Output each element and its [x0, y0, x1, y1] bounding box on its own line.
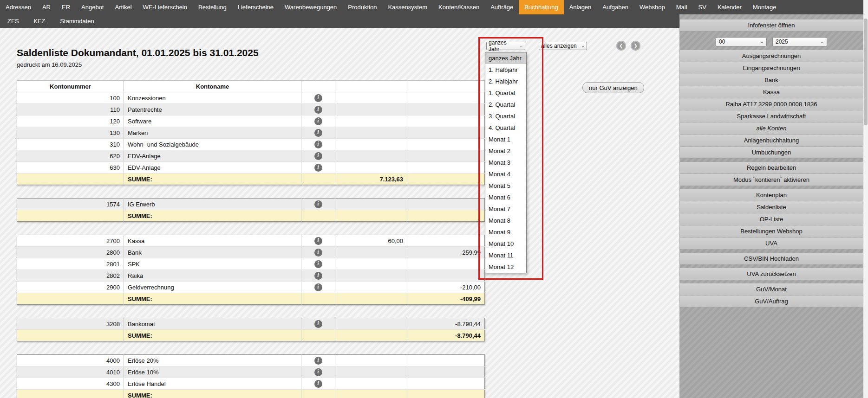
period-option-1-halbjahr[interactable]: 1. Halbjahr [485, 64, 526, 76]
info-icon[interactable]: i [314, 106, 322, 114]
nav-tab-kalender[interactable]: Kalender [712, 0, 747, 14]
scrollbar-thumb[interactable] [864, 19, 868, 125]
nav-tab-montage[interactable]: Montage [747, 0, 782, 14]
sum-row: SUMME:-409,99 [17, 293, 485, 305]
info-icon[interactable]: i [314, 283, 322, 291]
info-icon[interactable]: i [314, 152, 322, 160]
info-icon[interactable]: i [314, 117, 322, 125]
period-option-1-quartal[interactable]: 1. Quartal [485, 87, 526, 99]
period-option-monat-8[interactable]: Monat 8 [485, 215, 526, 226]
sidebar-item-umbuchungen[interactable]: Umbuchungen [680, 147, 863, 158]
sidebar-item-guv-auftrag[interactable]: GuV/Auftrag [680, 295, 863, 307]
sidebar-item-saldenliste[interactable]: Saldenliste [680, 201, 863, 213]
period-option-monat-4[interactable]: Monat 4 [485, 168, 526, 180]
sum-row: SUMME:-8.790,44 [17, 330, 485, 341]
nav-tab-auftr-ge[interactable]: Aufträge [485, 0, 519, 14]
period-option-monat-7[interactable]: Monat 7 [485, 203, 526, 215]
period-option-monat-3[interactable]: Monat 3 [485, 157, 526, 168]
sidebar-item-anlagenbuchhaltung[interactable]: Anlagenbuchhaltung [680, 135, 863, 146]
info-icon[interactable]: i [314, 272, 322, 280]
sum-empty [17, 330, 124, 341]
nav-tab-aufgaben[interactable]: Aufgaben [597, 0, 634, 14]
sidebar-item-ausgangsrechnungen[interactable]: Ausgangsrechnungen [680, 50, 863, 62]
prev-button[interactable]: ❮ [616, 41, 626, 51]
nav-tab-artikel[interactable]: Artikel [109, 0, 137, 14]
nav-tab-kassensystem[interactable]: Kassensystem [382, 0, 433, 14]
nav-tab-stammdaten[interactable]: Stammdaten [52, 14, 102, 28]
period-option-monat-11[interactable]: Monat 11 [485, 250, 526, 261]
nav-tab-we-lieferschein[interactable]: WE-Lieferschein [137, 0, 193, 14]
sidebar-item-alle-konten[interactable]: alle Konten [680, 122, 863, 134]
sidebar-item-uva[interactable]: UVA [680, 238, 863, 249]
nav-tab-kfz[interactable]: KFZ [26, 14, 53, 28]
sidebar-item-sparkasse-landwirtschaft[interactable]: Sparkasse Landwirtschaft [680, 110, 863, 122]
nav-tab-buchhaltung[interactable]: Buchhaltung [519, 0, 563, 14]
period-option-2-halbjahr[interactable]: 2. Halbjahr [485, 76, 526, 87]
info-icon[interactable]: i [314, 237, 322, 245]
period-option-ganzes-jahr[interactable]: ganzes Jahr [485, 52, 526, 64]
period-option-monat-1[interactable]: Monat 1 [485, 134, 526, 145]
info-icon[interactable]: i [314, 141, 322, 148]
guv-only-button[interactable]: nur GuV anzeigen [582, 82, 644, 93]
sidebar-item-bank[interactable]: Bank [680, 74, 863, 86]
sum-label: SUMME: [124, 210, 301, 222]
sum-icon-cell [301, 293, 335, 305]
info-icon[interactable]: i [314, 129, 322, 137]
sum-label: SUMME: [124, 330, 301, 341]
info-icon[interactable]: i [314, 368, 322, 376]
sidebar-item-op-liste[interactable]: OP-Liste [680, 213, 863, 225]
nav-tab-ar[interactable]: AR [37, 0, 56, 14]
sum-value-2 [407, 173, 485, 185]
nav-tab-webshop[interactable]: Webshop [634, 0, 671, 14]
info-icon[interactable]: i [314, 320, 322, 328]
period-option-2-quartal[interactable]: 2. Quartal [485, 99, 526, 110]
nav-tab-bestellung[interactable]: Bestellung [193, 0, 232, 14]
sidebar-item-uva-zur-cksetzen[interactable]: UVA zurücksetzen [680, 268, 863, 280]
sidebar-item-eingangsrechnungen[interactable]: Eingangsrechnungen [680, 62, 863, 74]
period-select[interactable]: ganzes Jahr ⌄ [486, 42, 525, 50]
nav-tab-lieferscheine[interactable]: Lieferscheine [232, 0, 279, 14]
account-name: Erlöse 20% [124, 355, 301, 366]
sidebar-item-kontenplan[interactable]: Kontenplan [680, 189, 863, 201]
sidebar-item-raiba-at17-3299-0000-0008-1836[interactable]: Raiba AT17 3299 0000 0008 1836 [680, 98, 863, 110]
period-option-monat-6[interactable]: Monat 6 [485, 192, 526, 203]
nav-tab-sv[interactable]: SV [693, 0, 712, 14]
info-icon[interactable]: i [314, 94, 322, 102]
info-icon[interactable]: i [314, 357, 322, 365]
period-option-monat-10[interactable]: Monat 10 [485, 238, 526, 250]
period-option-4-quartal[interactable]: 4. Quartal [485, 122, 526, 134]
nav-tab-anlagen[interactable]: Anlagen [564, 0, 597, 14]
period-option-monat-12[interactable]: Monat 12 [485, 261, 526, 273]
account-number: 3208 [17, 318, 124, 330]
period-option-monat-9[interactable]: Monat 9 [485, 226, 526, 238]
sidebar-item-csv-bin-hochladen[interactable]: CSV/BIN Hochladen [680, 253, 863, 264]
info-icon[interactable]: i [314, 260, 322, 268]
period-option-monat-2[interactable]: Monat 2 [485, 145, 526, 157]
nav-tab-er[interactable]: ER [56, 0, 76, 14]
period-option-monat-5[interactable]: Monat 5 [485, 180, 526, 192]
sidebar-item-bestellungen-webshop[interactable]: Bestellungen Webshop [680, 225, 863, 237]
filter-select[interactable]: alles anzeigen ⌄ [539, 42, 587, 50]
sidebar-header-infofenster[interactable]: Infofenster öffnen [680, 19, 863, 31]
nav-tab-mail[interactable]: Mail [671, 0, 693, 14]
info-icon[interactable]: i [314, 380, 322, 388]
scrollbar[interactable] [863, 0, 868, 398]
value-cell-2 [407, 235, 485, 247]
next-button[interactable]: ❯ [631, 41, 640, 51]
nav-tab-angebot[interactable]: Angebot [76, 0, 109, 14]
sidebar-item-guv-monat[interactable]: GuV/Monat [680, 283, 863, 295]
nav-tab-warenbewegungen[interactable]: Warenbewegungen [279, 0, 342, 14]
sidebar-item-regeln-bearbeiten[interactable]: Regeln bearbeiten [680, 162, 863, 173]
nav-tab-zfs[interactable]: ZFS [0, 14, 26, 28]
sidebar-item-modus-kontieren-aktivieren[interactable]: Modus `kontieren´ aktivieren [680, 174, 863, 186]
year-select[interactable]: 2025 ⌄ [772, 37, 827, 46]
nav-tab-produktion[interactable]: Produktion [342, 0, 382, 14]
nav-tab-konten-kassen[interactable]: Konten/Kassen [433, 0, 485, 14]
info-icon[interactable]: i [314, 164, 322, 172]
month-select[interactable]: 00 ⌄ [716, 37, 767, 46]
nav-tab-adressen[interactable]: Adressen [0, 0, 37, 14]
info-icon[interactable]: i [314, 249, 322, 257]
sidebar-item-kassa[interactable]: Kassa [680, 86, 863, 98]
period-option-3-quartal[interactable]: 3. Quartal [485, 110, 526, 122]
info-icon[interactable]: i [314, 200, 322, 208]
